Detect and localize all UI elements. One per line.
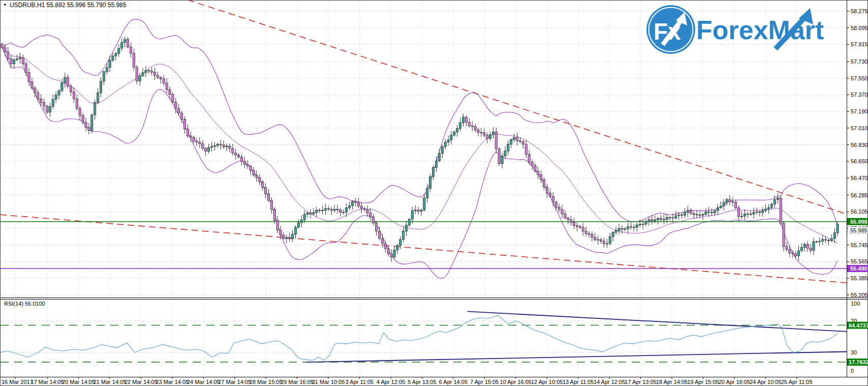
svg-text:4 Apr 12:05: 4 Apr 12:05: [377, 379, 405, 385]
svg-text:29 Mar 16:05: 29 Mar 16:05: [281, 379, 314, 385]
svg-text:55.985: 55.985: [850, 227, 867, 233]
chart-canvas[interactable]: 58.27558.09557.91557.73057.55057.37057.1…: [0, 0, 868, 386]
symbol-title: USDRUB,H1 55.892 55.996 55.790 55.985: [10, 2, 127, 9]
svg-text:56.470: 56.470: [851, 175, 868, 181]
svg-text:27 Mar 14:05: 27 Mar 14:05: [218, 379, 251, 385]
svg-text:7 Apr 15:05: 7 Apr 15:05: [470, 379, 499, 385]
svg-text:57.730: 57.730: [851, 58, 868, 65]
svg-text:17 Apr 13:05: 17 Apr 13:05: [625, 379, 656, 385]
svg-text:13 Apr 11:05: 13 Apr 11:05: [563, 379, 594, 385]
svg-text:10 Apr 16:05: 10 Apr 16:05: [500, 379, 532, 385]
svg-text:100: 100: [851, 301, 860, 307]
chart-window: 58.27558.09557.91557.73057.55057.37057.1…: [0, 0, 868, 386]
svg-text:55.490: 55.490: [850, 265, 867, 272]
svg-text:28 Mar 15:05: 28 Mar 15:05: [250, 379, 283, 385]
support-price-label: 55.490: [847, 265, 868, 272]
forexmart-logo-emblem: Fx: [646, 5, 695, 54]
svg-text:6 Apr 14:05: 6 Apr 14:05: [439, 379, 468, 385]
svg-text:57.370: 57.370: [851, 92, 868, 98]
svg-text:24 Mar 14:05: 24 Mar 14:05: [187, 379, 220, 385]
svg-text:57.915: 57.915: [851, 41, 868, 47]
svg-text:12 Apr 10:05: 12 Apr 10:05: [531, 379, 563, 385]
symbol-dropdown-icon[interactable]: ▼: [3, 2, 7, 8]
svg-text:19 Apr 15:05: 19 Apr 15:05: [687, 379, 719, 385]
rsi-indicator-label: RSI(14) 56.0100: [4, 301, 45, 307]
svg-text:20 Apr 16:05: 20 Apr 16:05: [719, 379, 750, 385]
svg-text:58.095: 58.095: [851, 25, 868, 31]
svg-text:14 Apr 12:05: 14 Apr 12:05: [594, 379, 625, 385]
svg-text:5 Apr 13:05: 5 Apr 13:05: [408, 379, 436, 385]
svg-text:55.385: 55.385: [851, 275, 868, 281]
svg-text:57.010: 57.010: [851, 125, 868, 131]
svg-text:17 Mar 14:05: 17 Mar 14:05: [31, 379, 64, 385]
svg-text:0: 0: [851, 368, 854, 374]
rsi-level-label: 64.4737: [847, 322, 868, 329]
svg-text:20 Mar 14:05: 20 Mar 14:05: [62, 379, 95, 385]
svg-text:3 Apr 11:05: 3 Apr 11:05: [346, 379, 374, 385]
svg-text:30: 30: [851, 349, 857, 355]
svg-text:56.285: 56.285: [851, 192, 868, 198]
svg-text:57.190: 57.190: [851, 108, 868, 114]
svg-text:64.4737: 64.4737: [849, 322, 868, 329]
svg-text:55.745: 55.745: [851, 242, 868, 248]
svg-text:31 Mar 10:05: 31 Mar 10:05: [312, 379, 345, 385]
svg-text:16 Mar 2017: 16 Mar 2017: [2, 379, 33, 385]
svg-text:55.205: 55.205: [851, 292, 868, 298]
forexmart-logo: Fx ForexMart: [644, 3, 838, 55]
svg-text:24 Apr 10:05: 24 Apr 10:05: [750, 379, 781, 385]
resistance-price-label: 55.998: [847, 218, 868, 225]
svg-text:56.650: 56.650: [851, 158, 868, 164]
svg-text:18 Apr 14:05: 18 Apr 14:05: [656, 379, 688, 385]
svg-text:57.550: 57.550: [851, 75, 868, 81]
symbol-title-bar: ▼ USDRUB,H1 55.892 55.996 55.790 55.985: [3, 2, 126, 9]
rsi-level-label: 17.7632: [847, 359, 868, 366]
current-price-label: 55.985: [848, 227, 868, 233]
svg-text:23 Mar 14:05: 23 Mar 14:05: [156, 379, 189, 385]
svg-text:21 Mar 14:05: 21 Mar 14:05: [93, 379, 126, 385]
svg-text:56.830: 56.830: [851, 142, 868, 148]
svg-text:55.998: 55.998: [850, 219, 867, 225]
svg-text:25 Apr 11:05: 25 Apr 11:05: [781, 379, 813, 385]
svg-text:22 Mar 14:05: 22 Mar 14:05: [125, 379, 158, 385]
svg-text:56.105: 56.105: [851, 209, 868, 215]
svg-text:55.565: 55.565: [851, 258, 868, 264]
svg-text:17.7632: 17.7632: [849, 359, 868, 365]
svg-text:58.275: 58.275: [851, 8, 868, 14]
